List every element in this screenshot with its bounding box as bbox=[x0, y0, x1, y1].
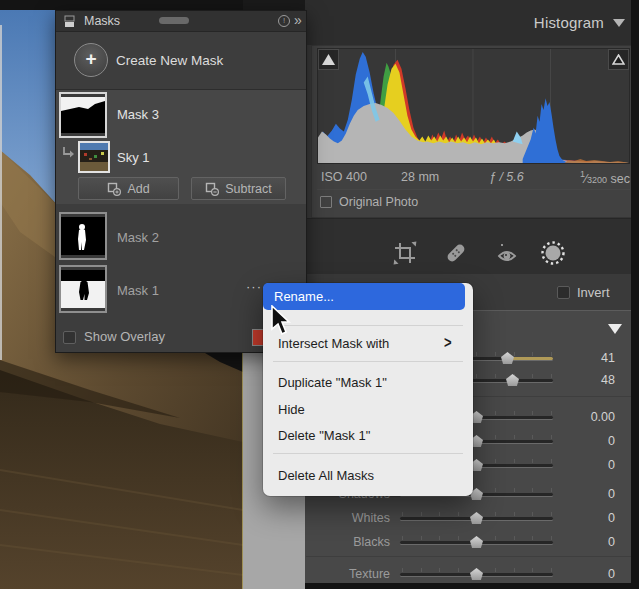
menu-item-hide[interactable]: Hide bbox=[278, 402, 305, 417]
menu-divider bbox=[273, 361, 463, 362]
iso-value: ISO 400 bbox=[321, 170, 401, 184]
tool-strip bbox=[305, 218, 639, 274]
focal-length-value: 28 mm bbox=[401, 170, 489, 184]
subtract-from-mask-button[interactable]: Subtract bbox=[191, 177, 286, 200]
mask3-preview bbox=[61, 94, 105, 136]
mask1-label[interactable]: Mask 1 bbox=[117, 283, 159, 298]
menu-divider bbox=[273, 325, 463, 326]
masks-panel-header[interactable]: Masks ! » bbox=[56, 11, 306, 32]
slider-value: 41 bbox=[578, 351, 615, 365]
create-new-mask-label[interactable]: Create New Mask bbox=[116, 53, 223, 68]
mask1-thumbnail[interactable] bbox=[59, 265, 107, 313]
mask1-preview bbox=[61, 267, 105, 311]
panel-disclosure-triangle[interactable] bbox=[608, 324, 622, 334]
photo-right-edge bbox=[242, 353, 243, 589]
masking-icon bbox=[540, 240, 566, 266]
aperture-value: ƒ / 5.6 bbox=[489, 170, 580, 184]
mask2-label[interactable]: Mask 2 bbox=[117, 230, 159, 245]
submenu-arrow-icon: > bbox=[444, 333, 452, 352]
create-new-mask-button[interactable]: + bbox=[74, 43, 108, 77]
drag-handle[interactable] bbox=[159, 17, 189, 24]
triangle-icon bbox=[322, 54, 335, 65]
red-eye-icon bbox=[494, 240, 520, 266]
mask2-preview bbox=[61, 214, 105, 258]
chevron-down-icon[interactable] bbox=[613, 19, 625, 27]
menu-divider bbox=[273, 453, 463, 454]
histogram-graph bbox=[318, 49, 629, 163]
slider-value: 0 bbox=[578, 511, 615, 525]
mask1-more-options-button[interactable]: ··· bbox=[246, 279, 262, 294]
original-photo-row[interactable]: Original Photo bbox=[320, 194, 418, 210]
mask3-label[interactable]: Mask 3 bbox=[117, 107, 159, 122]
highlight-clipping-indicator[interactable] bbox=[608, 49, 629, 70]
masks-panel-icon bbox=[64, 15, 75, 28]
histogram-title: Histogram bbox=[534, 14, 604, 31]
triangle-outline-icon bbox=[612, 54, 625, 65]
shutter-speed-value: 1⁄3200 sec bbox=[580, 169, 630, 186]
slider-value: 0 bbox=[578, 567, 615, 581]
menu-item-rename[interactable]: Rename... bbox=[263, 283, 465, 310]
bandaid-icon bbox=[443, 240, 469, 266]
sky1-thumbnail[interactable] bbox=[78, 141, 110, 173]
crop-icon bbox=[392, 240, 418, 266]
invert-checkbox[interactable] bbox=[557, 286, 570, 299]
sky1-label[interactable]: Sky 1 bbox=[117, 150, 150, 165]
slider-value: 48 bbox=[578, 373, 615, 387]
mask2-thumbnail[interactable] bbox=[59, 212, 107, 260]
show-overlay-checkbox[interactable] bbox=[63, 331, 76, 344]
slider-value: 0 bbox=[578, 535, 615, 549]
crop-tool-button[interactable] bbox=[392, 240, 418, 266]
red-eye-tool-button[interactable] bbox=[494, 240, 520, 266]
divider bbox=[317, 189, 630, 190]
show-overlay-label: Show Overlay bbox=[84, 329, 165, 344]
add-icon bbox=[107, 182, 121, 196]
masking-tool-button[interactable] bbox=[540, 240, 566, 266]
menu-item-delete-mask[interactable]: Delete "Mask 1" bbox=[278, 428, 370, 443]
subtract-icon bbox=[205, 182, 219, 196]
photo-left-edge bbox=[0, 25, 2, 360]
menu-item-duplicate[interactable]: Duplicate "Mask 1" bbox=[278, 375, 387, 390]
slider-value: 0 bbox=[578, 458, 615, 472]
mask3-thumbnail[interactable] bbox=[59, 92, 107, 138]
mask-context-menu: Rename... Intersect Mask with > Duplicat… bbox=[263, 283, 473, 496]
healing-tool-button[interactable] bbox=[443, 240, 469, 266]
subtract-label: Subtract bbox=[225, 182, 272, 196]
original-photo-checkbox[interactable] bbox=[320, 196, 332, 208]
menu-item-intersect[interactable]: Intersect Mask with bbox=[278, 336, 389, 351]
histogram-panel-header[interactable]: Histogram bbox=[305, 0, 639, 45]
invert-label: Invert bbox=[577, 285, 610, 300]
info-icon[interactable]: ! bbox=[278, 15, 290, 27]
slider-tint bbox=[508, 357, 553, 360]
masks-panel-title: Masks bbox=[84, 14, 120, 28]
slider-value: 0.00 bbox=[578, 410, 615, 424]
divider bbox=[306, 556, 633, 557]
window-right-edge bbox=[631, 0, 639, 589]
exif-info-row: ISO 400 28 mm ƒ / 5.6 1⁄3200 sec bbox=[321, 168, 630, 186]
add-label: Add bbox=[127, 182, 149, 196]
lightroom-screen: Histogram ISO 400 28 mm ƒ / 5.6 1⁄3200 s… bbox=[0, 0, 639, 589]
original-photo-label: Original Photo bbox=[339, 195, 418, 209]
slider-value: 0 bbox=[578, 487, 615, 501]
sub-mask-arrow-icon bbox=[61, 146, 74, 159]
add-to-mask-button[interactable]: Add bbox=[78, 177, 179, 200]
slider-value: 0 bbox=[578, 434, 615, 448]
menu-item-delete-all[interactable]: Delete All Masks bbox=[278, 468, 374, 483]
shadow-clipping-indicator[interactable] bbox=[318, 49, 339, 70]
collapse-panel-icon[interactable]: » bbox=[294, 12, 302, 28]
sky1-preview bbox=[80, 143, 108, 171]
window-bottom-edge bbox=[305, 583, 639, 589]
histogram-plot[interactable] bbox=[317, 48, 630, 164]
mouse-cursor bbox=[270, 305, 292, 337]
